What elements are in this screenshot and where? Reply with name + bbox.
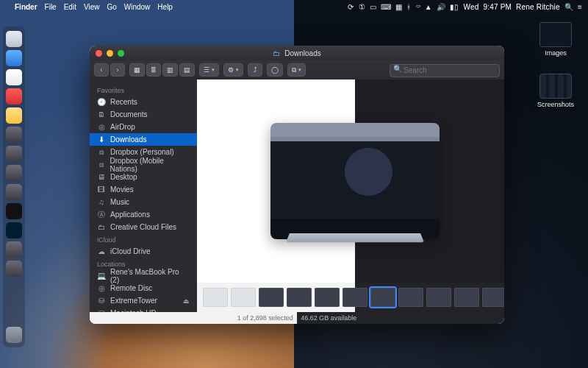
dropbox-button[interactable]: ⧉ xyxy=(287,63,306,77)
thumb[interactable] xyxy=(454,288,479,307)
status-selection: 1 of 2,898 selected xyxy=(237,314,293,322)
titlebar[interactable]: 🗀 Downloads xyxy=(90,46,504,60)
sidebar-item-airdrop[interactable]: ◎AirDrop xyxy=(90,121,197,133)
thumb[interactable] xyxy=(287,288,312,307)
group-by-button[interactable]: ☰ xyxy=(199,63,219,77)
menu-view[interactable]: View xyxy=(84,3,100,11)
sidebar-item-movies[interactable]: 🎞Movies xyxy=(90,183,197,196)
status-time[interactable]: 9:47 PM xyxy=(483,3,512,11)
window-close-button[interactable] xyxy=(96,50,102,57)
thumb[interactable] xyxy=(259,288,284,307)
sidebar-item-label: Downloads xyxy=(110,135,146,144)
status-battery-icon[interactable]: ▮▯ xyxy=(450,3,459,11)
menu-help[interactable]: Help xyxy=(157,3,173,11)
window-zoom-button[interactable] xyxy=(118,50,124,57)
menu-go[interactable]: Go xyxy=(107,3,116,11)
menu-edit[interactable]: Edit xyxy=(64,3,76,11)
dock-app-mail[interactable] xyxy=(6,50,22,66)
action-button[interactable]: ⚙ xyxy=(223,63,243,77)
nav-back-button[interactable]: ‹ xyxy=(94,63,109,77)
sidebar-item-icloud-drive[interactable]: ☁iCloud Drive xyxy=(90,245,197,258)
menu-window[interactable]: Window xyxy=(124,3,151,11)
search-input[interactable] xyxy=(390,64,500,77)
clock-icon: 🕘 xyxy=(97,98,106,106)
dock-app-safari[interactable] xyxy=(6,31,22,47)
menubar-app[interactable]: Finder xyxy=(15,3,37,11)
status-keyboard-icon[interactable]: ⌨ xyxy=(381,3,391,11)
dock-app-photoshop[interactable] xyxy=(6,222,22,238)
sidebar-item-label: Music xyxy=(110,198,129,206)
status-wifi-icon[interactable]: ⌔ xyxy=(416,3,420,11)
sidebar-item-label: iCloud Drive xyxy=(110,247,150,255)
dock-app-notes[interactable] xyxy=(6,107,22,124)
sidebar-item-recents[interactable]: 🕘Recents xyxy=(90,96,197,108)
dock-app-system[interactable] xyxy=(6,184,22,200)
tags-button[interactable]: ◯ xyxy=(267,63,283,77)
thumb[interactable] xyxy=(482,288,504,307)
thumb[interactable] xyxy=(398,288,423,307)
sidebar-item-rene-s-macbook-pro-2-[interactable]: 💻Rene's MacBook Pro (2) xyxy=(90,269,197,282)
sidebar-item-macintosh-hd[interactable]: ⛁Macintosh HD xyxy=(90,307,197,312)
sidebar-item-extremetower[interactable]: ⛁ExtremeTower⏏ xyxy=(90,294,197,307)
status-bluetooth-icon[interactable]: ᚼ xyxy=(406,3,411,11)
dock-app-terminal[interactable] xyxy=(6,203,22,219)
desktop-icon-label: Screenshots xyxy=(534,101,578,108)
thumb[interactable] xyxy=(203,288,228,307)
dock-app-generic1[interactable] xyxy=(6,241,22,258)
desktop-icon-label: Images xyxy=(534,49,578,57)
view-gallery-button[interactable]: ▤ xyxy=(179,63,195,77)
status-user[interactable]: Rene Ritchie xyxy=(516,3,560,11)
thumb[interactable] xyxy=(315,288,340,307)
dock-trash[interactable] xyxy=(6,327,22,343)
status-sync-icon[interactable]: ⟳ xyxy=(348,3,354,11)
status-volume-icon[interactable]: 🔊 xyxy=(437,3,445,11)
window-minimize-button[interactable] xyxy=(107,50,113,57)
share-button[interactable]: ⤴ xyxy=(248,63,262,77)
doc-icon: 🗎 xyxy=(97,110,106,118)
sidebar-item-desktop[interactable]: 🖥Desktop xyxy=(90,171,197,183)
sidebar-item-applications[interactable]: ⒶApplications xyxy=(90,208,197,221)
status-airplay-icon[interactable]: ▲ xyxy=(425,3,432,11)
notification-center-icon[interactable]: ≡ xyxy=(578,3,582,11)
status-grid-icon[interactable]: ▦ xyxy=(395,3,402,11)
eject-icon[interactable]: ⏏ xyxy=(183,297,190,305)
thumb[interactable] xyxy=(343,288,368,307)
filmstrip[interactable] xyxy=(197,283,504,312)
view-columns-button[interactable]: ▥ xyxy=(162,63,178,77)
dock-app-reminders[interactable] xyxy=(6,165,22,181)
gallery-hero-image[interactable] xyxy=(270,123,440,239)
sidebar-item-dropbox-mobile-nations-[interactable]: ⧈Dropbox (Mobile Nations) xyxy=(90,158,197,171)
desktop-folder-images[interactable]: Images xyxy=(534,22,578,57)
apps-icon: Ⓐ xyxy=(97,210,106,220)
status-dropdown-icon[interactable]: ① xyxy=(359,3,365,11)
dropbox-icon: ⧈ xyxy=(97,160,105,169)
thumb[interactable] xyxy=(426,288,451,307)
sidebar-item-downloads[interactable]: ⬇Downloads xyxy=(90,133,197,146)
spotlight-icon[interactable]: 🔍 xyxy=(564,3,573,11)
sidebar-item-music[interactable]: ♫Music xyxy=(90,196,197,208)
sidebar-item-creative-cloud-files[interactable]: 🗀Creative Cloud Files xyxy=(90,221,197,233)
movie-icon: 🎞 xyxy=(97,185,106,194)
thumb[interactable] xyxy=(231,288,256,307)
dock xyxy=(3,26,25,347)
sidebar-item-remote-disc[interactable]: ◎Remote Disc xyxy=(90,282,197,294)
view-list-button[interactable]: ≣ xyxy=(146,63,161,77)
dock-app-photos[interactable] xyxy=(6,69,22,85)
dock-app-calendar[interactable] xyxy=(6,146,22,162)
sidebar: Favorites🕘Recents🗎Documents◎AirDrop⬇Down… xyxy=(90,79,197,312)
status-display-icon[interactable]: ▭ xyxy=(370,3,376,11)
status-disk-free: 46.62 GB available xyxy=(301,314,356,322)
dock-app-generic2[interactable] xyxy=(6,261,22,277)
status-day[interactable]: Wed xyxy=(463,3,478,11)
thumb-selected[interactable] xyxy=(370,288,395,307)
dock-app-music[interactable] xyxy=(6,88,22,105)
sidebar-item-documents[interactable]: 🗎Documents xyxy=(90,108,197,121)
nav-forward-button[interactable]: › xyxy=(110,63,125,77)
dock-app-messages[interactable] xyxy=(6,127,22,143)
menu-file[interactable]: File xyxy=(45,3,57,11)
laptop-icon: 💻 xyxy=(97,272,106,280)
view-icons-button[interactable]: ▦ xyxy=(129,63,145,77)
sidebar-item-label: Dropbox (Mobile Nations) xyxy=(110,157,190,173)
desktop-folder-screenshots[interactable]: Screenshots xyxy=(534,74,578,108)
sidebar-section-header: iCloud xyxy=(90,233,197,245)
